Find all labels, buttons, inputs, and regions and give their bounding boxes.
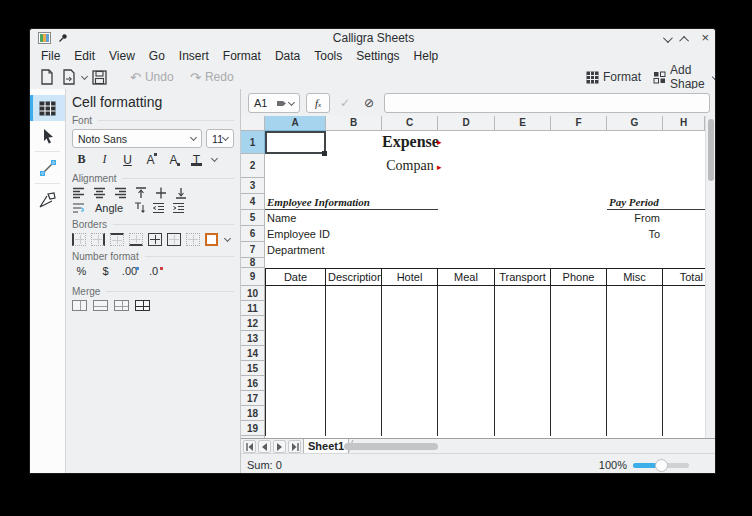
first-sheet-button[interactable]	[243, 440, 256, 453]
menu-format[interactable]: Format	[216, 47, 268, 65]
cell-reference-chevron[interactable]	[288, 98, 295, 105]
cell-g4-pay-period[interactable]: Pay Period	[607, 194, 705, 210]
row-header[interactable]: 9	[241, 268, 265, 286]
menu-file[interactable]: File	[34, 47, 67, 65]
row-header[interactable]: 15	[241, 361, 265, 376]
percent-format-button[interactable]: %	[72, 265, 91, 281]
row-header[interactable]: 2	[241, 154, 265, 178]
underline-button[interactable]: U	[118, 151, 137, 168]
last-sheet-button[interactable]	[288, 440, 301, 453]
bold-button[interactable]: B	[72, 151, 91, 168]
column-header-e[interactable]: E	[495, 116, 551, 131]
row-header[interactable]: 18	[241, 406, 265, 421]
font-family-select[interactable]: Noto Sans	[72, 129, 202, 148]
align-top-icon[interactable]	[135, 187, 147, 199]
angle-button[interactable]: Angle	[92, 202, 126, 214]
save-button[interactable]	[92, 68, 107, 86]
cell-h9-header[interactable]: Total	[662, 268, 705, 286]
horizontal-scrollbar-thumb[interactable]	[344, 443, 438, 450]
row-header[interactable]: 5	[241, 210, 265, 226]
align-left-icon[interactable]	[72, 187, 85, 199]
border-none-button[interactable]	[186, 233, 200, 246]
function-button[interactable]: fx	[306, 93, 330, 113]
zoom-slider[interactable]	[633, 463, 689, 468]
add-shape-chevron[interactable]	[712, 73, 716, 79]
merge-vertical-button[interactable]	[114, 300, 129, 311]
row-header[interactable]: 10	[241, 286, 265, 301]
column-header-h[interactable]: H	[663, 116, 705, 131]
previous-sheet-button[interactable]	[258, 440, 271, 453]
accept-button[interactable]: ✓	[335, 93, 355, 113]
vertical-text-icon[interactable]	[133, 202, 145, 214]
formula-input[interactable]	[384, 93, 710, 113]
open-recent-chevron[interactable]	[81, 72, 88, 79]
menu-edit[interactable]: Edit	[67, 47, 102, 65]
row-header[interactable]: 16	[241, 376, 265, 391]
cancel-button[interactable]: ⊘	[359, 93, 379, 113]
merge-cells-button[interactable]	[72, 300, 87, 311]
connector-tool-button[interactable]	[30, 155, 65, 181]
row-header[interactable]: 17	[241, 391, 265, 406]
shape-selection-tool-button[interactable]	[30, 123, 65, 149]
undo-button[interactable]: ↶ Undo	[130, 68, 174, 86]
cell-reference-box[interactable]: A1	[248, 93, 300, 113]
column-header-g[interactable]: G	[607, 116, 663, 131]
cell-a6-employee-id[interactable]: Employee ID	[267, 228, 330, 240]
column-header-f[interactable]: F	[551, 116, 607, 131]
align-bottom-icon[interactable]	[175, 187, 187, 199]
vertical-scrollbar-thumb[interactable]	[708, 119, 714, 181]
row-header[interactable]: 3	[241, 178, 265, 194]
add-shape-button[interactable]: Add Shape	[653, 68, 716, 86]
row-header[interactable]: 14	[241, 346, 265, 361]
menu-view[interactable]: View	[102, 47, 142, 65]
menu-go[interactable]: Go	[142, 47, 172, 65]
align-right-icon[interactable]	[114, 187, 127, 199]
cell-c2-company[interactable]: Compan	[382, 158, 438, 174]
column-header-c[interactable]: C	[382, 116, 438, 131]
increase-precision-button[interactable]: .00	[120, 265, 139, 281]
cell-a4-employee-information[interactable]: Employee Information	[265, 194, 438, 210]
close-button[interactable]: ×	[701, 31, 709, 45]
row-header[interactable]: 1	[241, 131, 265, 154]
cell-c1-expense-title[interactable]: Expense	[382, 133, 438, 151]
cell-tool-button[interactable]	[30, 95, 65, 121]
cell-g6-to[interactable]: To	[607, 228, 660, 240]
open-document-button[interactable]	[62, 68, 87, 86]
font-color-chevron[interactable]	[211, 155, 218, 162]
vertical-scrollbar[interactable]	[705, 116, 715, 438]
dissociate-cells-button[interactable]	[135, 300, 150, 311]
border-right-button[interactable]	[91, 233, 105, 246]
selection-fill-handle[interactable]	[322, 151, 327, 156]
row-header[interactable]: 7	[241, 242, 265, 258]
menu-help[interactable]: Help	[407, 47, 446, 65]
row-header[interactable]: 13	[241, 331, 265, 346]
column-header-d[interactable]: D	[438, 116, 495, 131]
cell-f9-header[interactable]: Phone	[550, 268, 607, 286]
font-size-select[interactable]: 11	[206, 129, 234, 148]
cell-d9-header[interactable]: Meal	[437, 268, 495, 286]
border-top-button[interactable]	[110, 233, 124, 246]
row-header[interactable]: 8	[241, 258, 265, 268]
row-header[interactable]: 12	[241, 316, 265, 331]
align-center-horizontal-icon[interactable]	[93, 187, 106, 199]
border-bottom-button[interactable]	[129, 233, 143, 246]
menu-data[interactable]: Data	[268, 47, 307, 65]
select-all-corner[interactable]	[241, 116, 265, 131]
cell-a7-department[interactable]: Department	[267, 244, 324, 256]
minimize-button[interactable]	[663, 29, 670, 47]
zoom-slider-handle[interactable]	[655, 459, 668, 472]
merge-horizontal-button[interactable]	[93, 300, 108, 311]
indent-increase-icon[interactable]	[172, 202, 185, 214]
superscript-button[interactable]: A	[141, 151, 160, 168]
next-sheet-button[interactable]	[273, 440, 286, 453]
cell-e9-header[interactable]: Transport	[494, 268, 551, 286]
cell-g9-header[interactable]: Misc	[606, 268, 663, 286]
row-header[interactable]: 4	[241, 194, 265, 210]
indent-decrease-icon[interactable]	[152, 202, 165, 214]
wrap-text-icon[interactable]	[72, 202, 85, 214]
border-color-chevron[interactable]	[224, 235, 231, 242]
border-all-button[interactable]	[148, 233, 162, 246]
align-center-vertical-icon[interactable]	[155, 187, 167, 199]
cell-b9-header[interactable]: Description	[325, 268, 382, 286]
cells-layer[interactable]: Expense ▸ Compan ▸ Employee Information …	[265, 131, 705, 438]
